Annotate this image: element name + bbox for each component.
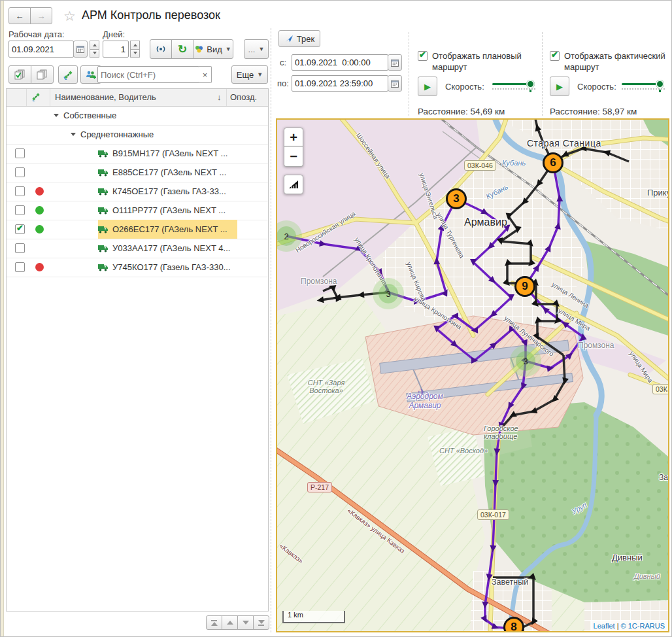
slider-tick [659, 90, 661, 92]
place-label: Зар [659, 473, 669, 482]
table-row[interactable]: Е885СЕ177 (ГАЗель NEXT ... [7, 163, 268, 182]
cluster-marker[interactable]: 3 [378, 284, 398, 303]
more-dots-dropdown[interactable]: ... ▼ [244, 39, 269, 59]
scroll-bottom-button[interactable] [253, 615, 269, 630]
vehicle-label: У033АА177 (ГАЗель NEXT 4... [112, 243, 230, 253]
row-checkbox[interactable] [15, 243, 25, 253]
map-attribution: Leaflet | © 1C-RARUS [590, 621, 668, 631]
collapse-icon [71, 133, 76, 136]
map-tiles: ✈ [277, 120, 668, 631]
table-row[interactable]: У745КО177 (Газель ГАЗ-330... [7, 258, 268, 277]
actual-play-button[interactable]: ▶ [550, 77, 569, 96]
actual-speed-slider[interactable] [622, 78, 666, 92]
cluster-marker[interactable]: 2 [277, 226, 296, 246]
table-row[interactable]: У033АА177 (ГАЗель NEXT 4... [7, 239, 268, 258]
favorite-star-icon[interactable]: ☆ [63, 9, 76, 24]
planned-speed-slider[interactable] [492, 78, 537, 92]
working-date-input[interactable] [8, 41, 74, 58]
to-calendar-button[interactable] [388, 75, 402, 92]
delay-column-header[interactable]: Опозд. [230, 92, 257, 102]
slider-knob[interactable] [656, 80, 664, 88]
back-arrow-icon: ← [16, 11, 24, 21]
table-row[interactable]: К745ОЕ177 (Газель ГАЗ-33... [7, 182, 268, 201]
step-up-icon[interactable] [90, 41, 99, 50]
actual-route-checkbox[interactable] [550, 51, 560, 61]
track-tab[interactable]: Трек [278, 30, 320, 47]
row-checkbox[interactable] [15, 186, 25, 196]
uncheck-all-button[interactable] [31, 65, 54, 84]
road-badge: Р-217 [307, 482, 332, 492]
table-row[interactable]: Среднетоннажные [7, 125, 268, 145]
leaflet-link[interactable]: Leaflet [594, 622, 615, 630]
name-column-header[interactable]: Наименование, Водитель [55, 92, 156, 102]
area-label: Промзона [301, 277, 337, 286]
working-date-stepper[interactable] [90, 41, 99, 58]
stop-marker[interactable]: 3 [446, 188, 467, 209]
planned-route-checkbox[interactable] [418, 51, 428, 61]
map-canvas[interactable]: ✈ [277, 120, 668, 631]
stop-marker[interactable]: 9 [514, 276, 535, 297]
to-datetime-input[interactable] [292, 75, 388, 92]
row-checkbox[interactable] [15, 224, 25, 234]
zoom-out-button[interactable]: − [284, 147, 303, 167]
scroll-down-button[interactable] [237, 615, 254, 630]
group-expander[interactable]: Среднетоннажные [71, 129, 154, 139]
status-badge [35, 225, 44, 233]
area-label: Промзона [578, 341, 614, 350]
track-arrow-icon [284, 34, 294, 43]
table-row-selected[interactable]: О266ЕС177 (ГАЗель NEXT ... [7, 220, 268, 239]
view-dropdown[interactable]: Вид ▼ [193, 39, 233, 59]
stop-marker[interactable]: 8 [503, 617, 524, 632]
row-checkbox[interactable] [15, 167, 25, 177]
from-datetime-input[interactable] [292, 54, 388, 71]
refresh-button[interactable]: ↻ [171, 39, 193, 59]
from-calendar-button[interactable] [388, 54, 402, 71]
forward-arrow-icon: → [37, 11, 46, 21]
group-expander[interactable]: Собственные [54, 111, 116, 120]
check-all-button[interactable] [8, 65, 31, 84]
table-header[interactable]: Наименование, Водитель ↓ Опозд. [7, 89, 268, 107]
satellite-column-icon [31, 92, 41, 103]
calendar-button[interactable] [73, 41, 88, 58]
actual-distance-value: 58,97 км [602, 107, 637, 116]
panel-splitter[interactable] [271, 28, 271, 632]
row-checkbox[interactable] [15, 148, 25, 158]
step-up-icon[interactable] [130, 41, 140, 50]
calendar-icon [391, 80, 399, 88]
zoom-in-button[interactable]: + [284, 128, 303, 147]
planned-play-button[interactable]: ▶ [418, 77, 437, 96]
search-input[interactable] [97, 66, 199, 83]
slider-knob[interactable] [526, 80, 535, 88]
days-stepper[interactable] [130, 41, 140, 58]
back-button[interactable]: ← [8, 7, 31, 24]
cluster-marker[interactable]: 3 [516, 351, 535, 371]
stop-marker[interactable]: 6 [543, 152, 563, 173]
row-checkbox[interactable] [15, 262, 25, 272]
scroll-up-button[interactable] [222, 615, 238, 630]
step-down-icon[interactable] [130, 50, 140, 58]
vendor-link[interactable]: © 1C-RARUS [621, 622, 665, 630]
vehicle-label: О111РР777 (ГАЗель NEXT ... [112, 205, 226, 215]
row-checkbox[interactable] [15, 205, 25, 215]
forward-button[interactable]: → [30, 7, 52, 24]
table-row[interactable]: Собственные [7, 106, 268, 126]
map-scale-bar: 1 km [282, 611, 345, 623]
from-label: с: [280, 58, 286, 67]
days-input[interactable] [103, 41, 129, 58]
table-row[interactable]: В915МН177 (ГАЗель NEXT ... [7, 144, 268, 164]
satellite-tracking-button[interactable] [58, 65, 78, 84]
signal-icon [155, 44, 167, 54]
monitoring-signal-button[interactable] [150, 39, 172, 59]
step-down-icon[interactable] [90, 50, 99, 58]
search-clear-button[interactable]: × [199, 66, 212, 83]
slider-fill [492, 83, 529, 85]
sort-desc-icon[interactable]: ↓ [217, 92, 222, 102]
truck-icon [98, 169, 109, 177]
scroll-top-button[interactable] [206, 615, 222, 630]
map-container[interactable]: ✈ [276, 118, 669, 632]
more-dropdown[interactable]: Еще ▼ [231, 65, 268, 84]
table-row[interactable]: О111РР777 (ГАЗель NEXT ... [7, 201, 268, 220]
more-label: Еще [237, 70, 254, 80]
measure-button[interactable] [284, 175, 303, 194]
column-divider [226, 89, 227, 106]
